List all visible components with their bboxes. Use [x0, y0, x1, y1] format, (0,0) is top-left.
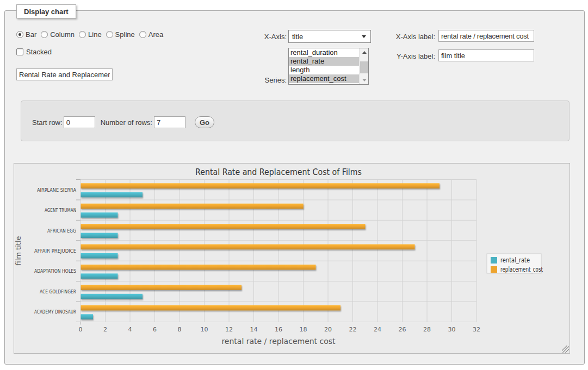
chart-type-column[interactable]: Column — [41, 30, 75, 39]
resize-handle-icon[interactable] — [562, 346, 569, 353]
radio-icon[interactable] — [16, 31, 23, 38]
series-option-rental_rate[interactable]: rental_rate — [289, 57, 368, 66]
stacked-label: Stacked — [26, 48, 52, 56]
chevron-down-icon — [362, 35, 366, 38]
radio-icon[interactable] — [139, 31, 146, 38]
num-rows-label: Number of rows: — [101, 118, 152, 127]
series-options: rental_durationrental_ratelengthreplacem… — [289, 48, 368, 83]
start-row-input[interactable] — [64, 116, 95, 128]
category-label: AFFAIR PREJUDICE — [34, 248, 76, 254]
svg-text:rental_rate: rental_rate — [500, 256, 530, 264]
svg-text:16: 16 — [275, 326, 282, 333]
chart-type-label: Bar — [26, 30, 36, 39]
x-axis-select-value: title — [292, 33, 303, 41]
bar-chart: AIRPLANE SIERRAAGENT TRUMANAFRICAN EGGAF… — [14, 164, 570, 355]
svg-text:film title: film title — [14, 236, 22, 265]
page: Display chart BarColumnLineSplineArea St… — [0, 0, 588, 370]
start-row-label: Start row: — [32, 118, 63, 127]
row-controls-panel: Start row: Number of rows: Go — [21, 101, 570, 141]
chart-type-label: Line — [88, 30, 102, 39]
x-axis-label-label: X-Axis label: — [381, 33, 435, 41]
svg-text:14: 14 — [250, 326, 258, 333]
svg-text:24: 24 — [374, 326, 381, 333]
svg-text:12: 12 — [225, 326, 233, 333]
x-axis-select[interactable]: title — [288, 30, 371, 43]
chart-type-line[interactable]: Line — [79, 30, 102, 39]
svg-text:22: 22 — [349, 326, 357, 333]
chart-type-label: Spline — [115, 30, 135, 39]
svg-text:20: 20 — [324, 326, 332, 333]
scrollbar[interactable] — [359, 48, 368, 84]
stacked-checkbox[interactable] — [16, 48, 23, 55]
category-label: AGENT TRUMAN — [45, 208, 76, 213]
series-multiselect[interactable]: rental_durationrental_ratelengthreplacem… — [288, 48, 369, 85]
fieldset-legend: Display chart — [16, 4, 76, 18]
chart-type-bar[interactable]: Bar — [16, 30, 36, 39]
svg-text:replacement_cost: replacement_cost — [500, 266, 543, 273]
series-option-replacement_cost[interactable]: replacement_cost — [289, 74, 368, 83]
svg-text:4: 4 — [128, 326, 132, 333]
chart-type-area[interactable]: Area — [139, 30, 163, 39]
series-option-rental_duration[interactable]: rental_duration — [289, 48, 368, 57]
chart-type-radios: BarColumnLineSplineArea — [16, 30, 168, 39]
category-label: ACADEMY DINOSAUR — [34, 309, 76, 315]
scroll-down-button[interactable] — [360, 76, 369, 84]
svg-text:2: 2 — [103, 326, 107, 333]
chart-type-label: Column — [50, 30, 75, 39]
svg-text:8: 8 — [178, 326, 182, 333]
y-axis-label-input[interactable] — [438, 49, 534, 61]
y-axis-label-label: Y-Axis label: — [381, 52, 435, 60]
x-axis-select-label: X-Axis: — [234, 33, 287, 41]
stacked-row: Stacked — [16, 48, 52, 56]
radio-icon[interactable] — [79, 31, 86, 38]
svg-text:10: 10 — [201, 326, 208, 333]
chart-type-spline[interactable]: Spline — [106, 30, 135, 39]
category-label: ACE GOLDFINGER — [40, 289, 76, 294]
scroll-up-button[interactable] — [360, 48, 369, 57]
category-label: AIRPLANE SIERRA — [37, 187, 77, 193]
radio-icon[interactable] — [106, 31, 113, 38]
scrollbar-thumb[interactable] — [360, 61, 368, 73]
series-select-label: Series: — [234, 76, 287, 84]
arrow-down-icon — [362, 79, 367, 81]
chart-title-input[interactable] — [16, 68, 113, 80]
svg-text:18: 18 — [300, 326, 307, 333]
arrow-up-icon — [362, 51, 367, 54]
chart-panel: AIRPLANE SIERRAAGENT TRUMANAFRICAN EGGAF… — [14, 163, 570, 354]
svg-text:30: 30 — [448, 326, 456, 333]
svg-text:6: 6 — [153, 326, 157, 333]
category-label: ADAPTATION HOLES — [34, 268, 76, 274]
chart-type-label: Area — [148, 30, 163, 39]
series-option-length[interactable]: length — [289, 66, 368, 74]
radio-icon[interactable] — [41, 31, 48, 38]
svg-text:rental rate / replacement cost: rental rate / replacement cost — [221, 337, 336, 346]
x-axis-label-input[interactable] — [438, 30, 534, 42]
go-button[interactable]: Go — [195, 116, 214, 128]
num-rows-input[interactable] — [154, 116, 185, 128]
svg-text:Rental Rate and Replacement Co: Rental Rate and Replacement Cost of Film… — [195, 167, 362, 177]
svg-text:32: 32 — [473, 326, 480, 333]
svg-text:0: 0 — [79, 326, 83, 333]
svg-text:28: 28 — [423, 326, 431, 333]
category-label: AFRICAN EGG — [47, 228, 76, 234]
svg-text:26: 26 — [399, 326, 406, 333]
